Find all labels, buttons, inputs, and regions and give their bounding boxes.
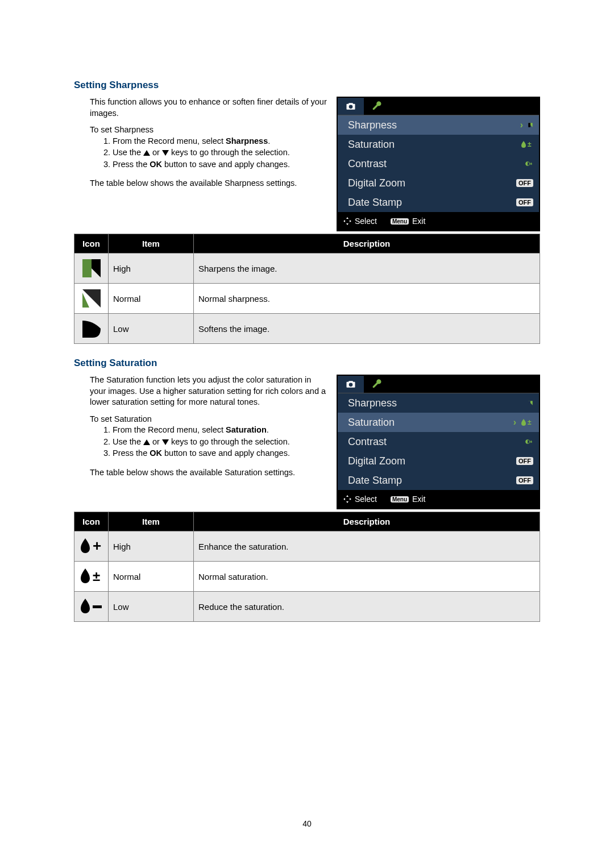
th-icon: Icon [74, 234, 109, 254]
svg-text:±: ± [93, 568, 100, 584]
saturation-table-intro: The table below shows the available Satu… [90, 467, 327, 479]
off-badge: OFF [516, 457, 533, 465]
menu-item-saturation: Saturation › ± [338, 413, 539, 432]
off-badge: OFF [516, 476, 533, 484]
menu-saturation-screenshot: Sharpness Saturation › ± Con [337, 375, 540, 509]
up-arrow-icon [143, 150, 150, 156]
sat-normal-icon: ± [78, 564, 105, 589]
th-item: Item [109, 234, 194, 254]
down-arrow-icon [162, 439, 169, 445]
th-icon: Icon [74, 512, 109, 531]
footer-select: Select [343, 495, 377, 504]
svg-text:+: + [93, 537, 101, 554]
chevron-right-icon: › [520, 120, 523, 130]
nav-arrows-icon [343, 495, 351, 503]
menu-item-sharpness: Sharpness › [338, 115, 539, 135]
saturation-value-icon: ± [521, 140, 533, 148]
contrast-value-icon: ± [525, 438, 533, 446]
saturation-step-3: Press the OK button to save and apply ch… [113, 448, 327, 459]
page-number: 40 [0, 819, 614, 828]
menu-sharpness-screenshot: Sharpness › Saturation ± Con [337, 97, 540, 231]
sharpness-toset-label: To set Sharpness [90, 124, 327, 136]
th-desc: Description [194, 234, 540, 254]
saturation-step-1: From the Record menu, select Saturation. [113, 425, 327, 436]
th-desc: Description [194, 512, 540, 531]
menu-item-sharpness: Sharpness [338, 393, 539, 413]
wrench-tab-icon [364, 376, 390, 393]
saturation-toset-label: To set Saturation [90, 414, 327, 425]
saturation-table: Icon Item Description + High Enhance the… [74, 512, 540, 622]
saturation-step-2: Use the or keys to go through the select… [113, 437, 327, 448]
footer-select: Select [343, 217, 377, 226]
sharpness-table: Icon Item Description High Sharpens the … [74, 234, 540, 344]
menu-item-saturation: Saturation ± [338, 135, 539, 154]
sharpness-value-icon [528, 399, 533, 407]
saturation-steps: From the Record menu, select Saturation.… [90, 425, 327, 459]
table-row: ± Normal Normal saturation. [74, 562, 540, 592]
menu-item-contrast: Contrast ± [338, 154, 539, 173]
table-row: + High Enhance the saturation. [74, 531, 540, 562]
svg-text:±: ± [528, 140, 532, 148]
table-row: High Sharpens the image. [74, 254, 540, 284]
sharpness-table-intro: The table below shows the available Shar… [90, 178, 327, 189]
sharpness-steps: From the Record menu, select Sharpness. … [90, 136, 327, 171]
heading-sharpness: Setting Sharpness [74, 80, 540, 91]
svg-rect-0 [528, 123, 530, 127]
sharpness-high-icon [528, 121, 533, 129]
sharpness-intro: This function allows you to enhance or s… [90, 97, 327, 119]
sharpness-step-3: Press the OK button to save and apply ch… [113, 159, 327, 171]
sharpness-step-1: From the Record menu, select Sharpness. [113, 136, 327, 147]
table-row: Low Reduce the saturation. [74, 592, 540, 622]
saturation-value-icon: ± [521, 418, 533, 426]
page: Setting Sharpness This function allows y… [0, 0, 614, 868]
sharp-normal-icon [78, 286, 105, 311]
camera-tab-icon [338, 376, 364, 393]
sharpness-step-2: Use the or keys to go through the select… [113, 147, 327, 159]
sharp-low-icon [78, 316, 105, 341]
table-row: Low Softens the image. [74, 314, 540, 344]
wrench-tab-icon [364, 98, 390, 115]
svg-text:±: ± [528, 418, 532, 426]
svg-text:±: ± [530, 161, 532, 165]
menu-item-digital-zoom: Digital Zoom OFF [338, 173, 539, 193]
saturation-intro: The Saturation function lets you adjust … [90, 375, 327, 408]
th-item: Item [109, 512, 194, 531]
nav-arrows-icon [343, 217, 351, 225]
menu-item-contrast: Contrast ± [338, 432, 539, 451]
chevron-right-icon: › [513, 417, 516, 427]
section-saturation: Setting Saturation The Saturation functi… [74, 358, 540, 622]
svg-rect-4 [528, 401, 530, 405]
sharp-high-icon [78, 256, 105, 281]
menu-item-date-stamp: Date Stamp OFF [338, 193, 539, 212]
off-badge: OFF [516, 198, 533, 206]
sat-high-icon: + [78, 534, 105, 559]
svg-rect-10 [93, 605, 102, 608]
menu-item-date-stamp: Date Stamp OFF [338, 471, 539, 490]
heading-saturation: Setting Saturation [74, 358, 540, 369]
footer-exit: Menu Exit [391, 217, 425, 226]
table-row: Normal Normal sharpness. [74, 284, 540, 314]
section-sharpness: Setting Sharpness This function allows y… [74, 80, 540, 344]
off-badge: OFF [516, 179, 533, 187]
up-arrow-icon [143, 439, 150, 445]
menu-item-digital-zoom: Digital Zoom OFF [338, 451, 539, 471]
footer-exit: Menu Exit [391, 495, 425, 504]
camera-tab-icon [338, 98, 364, 115]
sat-low-icon [78, 594, 105, 619]
contrast-value-icon: ± [525, 160, 533, 168]
svg-text:±: ± [530, 439, 532, 443]
down-arrow-icon [162, 150, 169, 156]
